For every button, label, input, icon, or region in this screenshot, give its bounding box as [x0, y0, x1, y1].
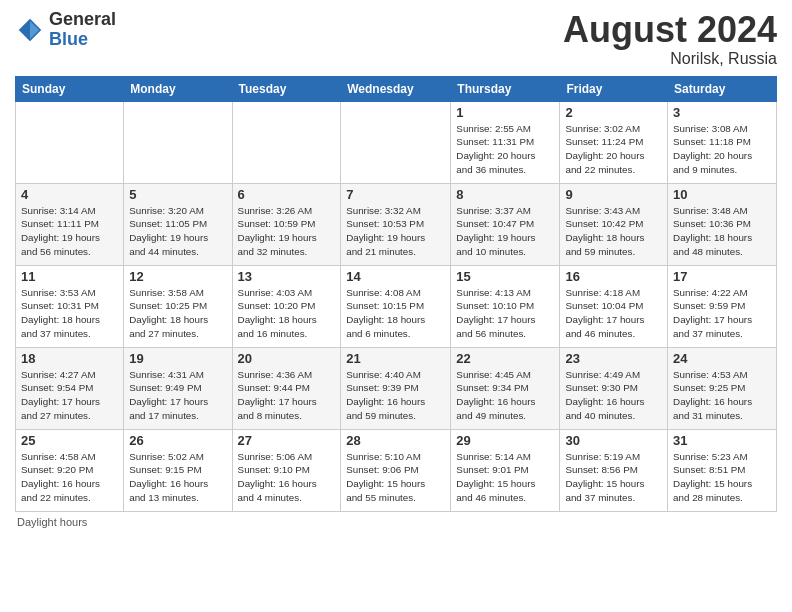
day-number: 10: [673, 187, 771, 202]
calendar-week-row: 11Sunrise: 3:53 AM Sunset: 10:31 PM Dayl…: [16, 265, 777, 347]
day-info: Sunrise: 4:08 AM Sunset: 10:15 PM Daylig…: [346, 286, 445, 341]
calendar-cell: 16Sunrise: 4:18 AM Sunset: 10:04 PM Dayl…: [560, 265, 668, 347]
calendar-cell: 25Sunrise: 4:58 AM Sunset: 9:20 PM Dayli…: [16, 429, 124, 511]
day-number: 8: [456, 187, 554, 202]
day-info: Sunrise: 3:43 AM Sunset: 10:42 PM Daylig…: [565, 204, 662, 259]
calendar-header-row: SundayMondayTuesdayWednesdayThursdayFrid…: [16, 76, 777, 101]
calendar-cell: 23Sunrise: 4:49 AM Sunset: 9:30 PM Dayli…: [560, 347, 668, 429]
day-number: 14: [346, 269, 445, 284]
calendar-header-monday: Monday: [124, 76, 232, 101]
calendar-header-thursday: Thursday: [451, 76, 560, 101]
calendar-week-row: 4Sunrise: 3:14 AM Sunset: 11:11 PM Dayli…: [16, 183, 777, 265]
location: Norilsk, Russia: [563, 50, 777, 68]
day-number: 4: [21, 187, 118, 202]
day-info: Sunrise: 4:40 AM Sunset: 9:39 PM Dayligh…: [346, 368, 445, 423]
day-number: 17: [673, 269, 771, 284]
title-block: August 2024 Norilsk, Russia: [563, 10, 777, 68]
day-number: 16: [565, 269, 662, 284]
calendar-cell: 19Sunrise: 4:31 AM Sunset: 9:49 PM Dayli…: [124, 347, 232, 429]
calendar-cell: 15Sunrise: 4:13 AM Sunset: 10:10 PM Dayl…: [451, 265, 560, 347]
day-info: Sunrise: 4:13 AM Sunset: 10:10 PM Daylig…: [456, 286, 554, 341]
calendar-cell: 12Sunrise: 3:58 AM Sunset: 10:25 PM Dayl…: [124, 265, 232, 347]
calendar-header-sunday: Sunday: [16, 76, 124, 101]
calendar-cell: 27Sunrise: 5:06 AM Sunset: 9:10 PM Dayli…: [232, 429, 341, 511]
day-info: Sunrise: 3:26 AM Sunset: 10:59 PM Daylig…: [238, 204, 336, 259]
calendar-cell: 2Sunrise: 3:02 AM Sunset: 11:24 PM Dayli…: [560, 101, 668, 183]
calendar-cell: 18Sunrise: 4:27 AM Sunset: 9:54 PM Dayli…: [16, 347, 124, 429]
calendar-cell: 29Sunrise: 5:14 AM Sunset: 9:01 PM Dayli…: [451, 429, 560, 511]
day-info: Sunrise: 3:58 AM Sunset: 10:25 PM Daylig…: [129, 286, 226, 341]
calendar-header-saturday: Saturday: [668, 76, 777, 101]
calendar-header-tuesday: Tuesday: [232, 76, 341, 101]
calendar-cell: 22Sunrise: 4:45 AM Sunset: 9:34 PM Dayli…: [451, 347, 560, 429]
day-info: Sunrise: 3:20 AM Sunset: 11:05 PM Daylig…: [129, 204, 226, 259]
day-info: Sunrise: 4:36 AM Sunset: 9:44 PM Dayligh…: [238, 368, 336, 423]
calendar-cell: 26Sunrise: 5:02 AM Sunset: 9:15 PM Dayli…: [124, 429, 232, 511]
day-info: Sunrise: 4:45 AM Sunset: 9:34 PM Dayligh…: [456, 368, 554, 423]
day-number: 27: [238, 433, 336, 448]
day-number: 6: [238, 187, 336, 202]
calendar-cell: 9Sunrise: 3:43 AM Sunset: 10:42 PM Dayli…: [560, 183, 668, 265]
day-number: 29: [456, 433, 554, 448]
calendar-week-row: 25Sunrise: 4:58 AM Sunset: 9:20 PM Dayli…: [16, 429, 777, 511]
logo-icon: [15, 15, 45, 45]
day-info: Sunrise: 3:48 AM Sunset: 10:36 PM Daylig…: [673, 204, 771, 259]
calendar-cell: 5Sunrise: 3:20 AM Sunset: 11:05 PM Dayli…: [124, 183, 232, 265]
day-number: 22: [456, 351, 554, 366]
calendar-cell: 20Sunrise: 4:36 AM Sunset: 9:44 PM Dayli…: [232, 347, 341, 429]
day-info: Sunrise: 4:31 AM Sunset: 9:49 PM Dayligh…: [129, 368, 226, 423]
day-info: Sunrise: 4:27 AM Sunset: 9:54 PM Dayligh…: [21, 368, 118, 423]
calendar-cell: [341, 101, 451, 183]
calendar-header-friday: Friday: [560, 76, 668, 101]
day-info: Sunrise: 5:10 AM Sunset: 9:06 PM Dayligh…: [346, 450, 445, 505]
day-info: Sunrise: 2:55 AM Sunset: 11:31 PM Daylig…: [456, 122, 554, 177]
day-number: 7: [346, 187, 445, 202]
day-number: 31: [673, 433, 771, 448]
day-info: Sunrise: 5:02 AM Sunset: 9:15 PM Dayligh…: [129, 450, 226, 505]
day-number: 11: [21, 269, 118, 284]
day-number: 24: [673, 351, 771, 366]
page-container: General Blue August 2024 Norilsk, Russia…: [0, 0, 792, 533]
day-info: Sunrise: 3:32 AM Sunset: 10:53 PM Daylig…: [346, 204, 445, 259]
calendar-cell: 17Sunrise: 4:22 AM Sunset: 9:59 PM Dayli…: [668, 265, 777, 347]
day-info: Sunrise: 5:06 AM Sunset: 9:10 PM Dayligh…: [238, 450, 336, 505]
day-number: 23: [565, 351, 662, 366]
day-info: Sunrise: 4:03 AM Sunset: 10:20 PM Daylig…: [238, 286, 336, 341]
day-number: 25: [21, 433, 118, 448]
day-info: Sunrise: 5:19 AM Sunset: 8:56 PM Dayligh…: [565, 450, 662, 505]
calendar-cell: 6Sunrise: 3:26 AM Sunset: 10:59 PM Dayli…: [232, 183, 341, 265]
calendar-cell: 7Sunrise: 3:32 AM Sunset: 10:53 PM Dayli…: [341, 183, 451, 265]
logo: General Blue: [15, 10, 116, 50]
calendar-header-wednesday: Wednesday: [341, 76, 451, 101]
day-number: 1: [456, 105, 554, 120]
calendar-cell: 11Sunrise: 3:53 AM Sunset: 10:31 PM Dayl…: [16, 265, 124, 347]
calendar-cell: 13Sunrise: 4:03 AM Sunset: 10:20 PM Dayl…: [232, 265, 341, 347]
day-info: Sunrise: 3:02 AM Sunset: 11:24 PM Daylig…: [565, 122, 662, 177]
calendar-cell: 14Sunrise: 4:08 AM Sunset: 10:15 PM Dayl…: [341, 265, 451, 347]
day-info: Sunrise: 5:23 AM Sunset: 8:51 PM Dayligh…: [673, 450, 771, 505]
logo-blue: Blue: [49, 30, 116, 50]
calendar-cell: 8Sunrise: 3:37 AM Sunset: 10:47 PM Dayli…: [451, 183, 560, 265]
day-number: 20: [238, 351, 336, 366]
day-number: 3: [673, 105, 771, 120]
day-info: Sunrise: 4:53 AM Sunset: 9:25 PM Dayligh…: [673, 368, 771, 423]
logo-text: General Blue: [49, 10, 116, 50]
calendar-cell: 10Sunrise: 3:48 AM Sunset: 10:36 PM Dayl…: [668, 183, 777, 265]
calendar-cell: 31Sunrise: 5:23 AM Sunset: 8:51 PM Dayli…: [668, 429, 777, 511]
calendar-cell: [124, 101, 232, 183]
calendar-cell: 4Sunrise: 3:14 AM Sunset: 11:11 PM Dayli…: [16, 183, 124, 265]
day-info: Sunrise: 3:08 AM Sunset: 11:18 PM Daylig…: [673, 122, 771, 177]
calendar-table: SundayMondayTuesdayWednesdayThursdayFrid…: [15, 76, 777, 512]
calendar-cell: [232, 101, 341, 183]
footer-note: Daylight hours: [15, 516, 777, 528]
day-number: 5: [129, 187, 226, 202]
calendar-cell: 1Sunrise: 2:55 AM Sunset: 11:31 PM Dayli…: [451, 101, 560, 183]
day-number: 21: [346, 351, 445, 366]
calendar-cell: 3Sunrise: 3:08 AM Sunset: 11:18 PM Dayli…: [668, 101, 777, 183]
day-number: 19: [129, 351, 226, 366]
day-number: 30: [565, 433, 662, 448]
day-number: 18: [21, 351, 118, 366]
day-number: 9: [565, 187, 662, 202]
day-number: 13: [238, 269, 336, 284]
logo-general: General: [49, 10, 116, 30]
